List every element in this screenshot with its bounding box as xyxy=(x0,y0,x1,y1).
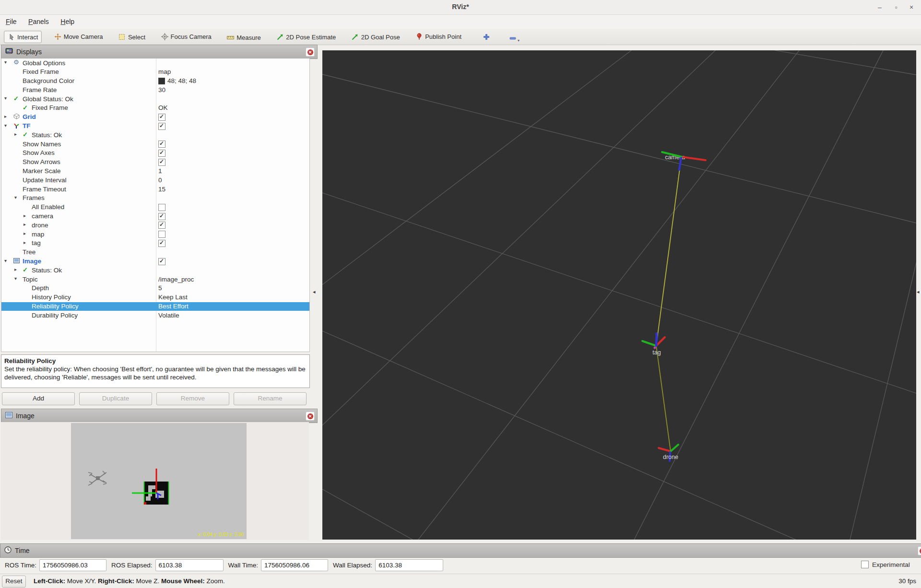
splitter-collapse-left-icon[interactable]: ◂ xyxy=(313,289,316,295)
measure-button[interactable]: Measure xyxy=(224,32,264,43)
tree-row-grid[interactable]: ▸Grid xyxy=(1,113,309,122)
reset-button[interactable]: Reset xyxy=(2,576,26,588)
tf-link-camera-tag xyxy=(656,169,680,346)
splitter-collapse-right-icon[interactable]: ◂ xyxy=(917,289,920,295)
tree-row-marker-scale[interactable]: Marker Scale1 xyxy=(1,167,309,176)
tree-row-fixed-frame[interactable]: ✓Fixed FrameOK xyxy=(1,104,309,113)
time-panel-header[interactable]: Time ✕ xyxy=(0,543,921,558)
tree-row-durability-policy[interactable]: Durability PolicyVolatile xyxy=(1,311,309,320)
ros-elapsed-input[interactable] xyxy=(155,559,224,571)
tree-row-fixed-frame[interactable]: Fixed Framemap xyxy=(1,68,309,77)
focus-camera-button[interactable]: Focus Camera xyxy=(158,31,215,43)
tree-row-topic[interactable]: ▾Topic/image_proc xyxy=(1,275,309,284)
collapse-icon[interactable]: ▾ xyxy=(14,276,17,281)
property-checkbox[interactable] xyxy=(158,114,165,121)
expand-icon[interactable]: ▸ xyxy=(24,240,26,245)
property-checkbox[interactable] xyxy=(158,159,165,166)
expand-icon[interactable]: ▸ xyxy=(24,213,26,218)
statusbar: Reset Left-Click: Move X/Y. Right-Click:… xyxy=(0,574,921,588)
pose-estimate-button[interactable]: 2D Pose Estimate xyxy=(273,31,339,43)
tree-row-map[interactable]: ▸map xyxy=(1,230,309,239)
expand-icon[interactable]: ▸ xyxy=(24,222,26,227)
tree-row-tag[interactable]: ▸tag xyxy=(1,239,309,248)
tree-row-status-ok[interactable]: ▸✓Status: Ok xyxy=(1,266,309,275)
collapse-icon[interactable]: ▾ xyxy=(4,123,7,128)
displays-panel-header[interactable]: Displays ✕ xyxy=(1,45,318,59)
close-icon[interactable]: × xyxy=(906,2,917,12)
wall-elapsed-input[interactable] xyxy=(375,559,443,571)
move-camera-button[interactable]: Move Camera xyxy=(51,31,106,43)
tree-row-frames[interactable]: ▾Frames xyxy=(1,194,309,203)
collapse-icon[interactable]: ▾ xyxy=(4,59,7,65)
tree-row-show-names[interactable]: Show Names xyxy=(1,140,309,149)
ros-time-input[interactable] xyxy=(39,559,106,571)
collapse-icon[interactable]: ▾ xyxy=(14,195,17,200)
experimental-checkbox[interactable] xyxy=(861,561,869,568)
tree-row-image[interactable]: ▾Image xyxy=(1,257,309,266)
property-label: Show Axes xyxy=(23,149,55,156)
frame-label-drone: drone xyxy=(663,454,678,460)
tree-row-reliability-policy[interactable]: Reliability PolicyBest Effort xyxy=(1,302,309,311)
add-button[interactable]: Add xyxy=(2,392,75,405)
minimize-icon[interactable]: – xyxy=(874,2,886,12)
property-value: 1 xyxy=(158,167,162,175)
experimental-toggle[interactable]: Experimental xyxy=(861,561,910,568)
collapse-icon[interactable]: ▾ xyxy=(4,95,7,101)
tree-row-history-policy[interactable]: History PolicyKeep Last xyxy=(1,293,309,302)
property-checkbox[interactable] xyxy=(158,231,165,238)
add-tool-button[interactable] xyxy=(479,31,493,43)
rename-button[interactable]: Rename xyxy=(234,392,307,405)
tree-row-frame-timeout[interactable]: Frame Timeout15 xyxy=(1,185,309,194)
time-close-button[interactable]: ✕ xyxy=(918,546,921,555)
tree-row-frame-rate[interactable]: Frame Rate30 xyxy=(1,85,309,94)
remove-button[interactable]: Remove xyxy=(156,392,229,405)
image-panel-header[interactable]: Image ✕ xyxy=(1,409,318,423)
tree-row-tf[interactable]: ▾TF xyxy=(1,122,309,131)
remove-tool-button[interactable]: ▾ xyxy=(506,33,523,44)
tree-row-update-interval[interactable]: Update Interval0 xyxy=(1,176,309,185)
select-button[interactable]: Select xyxy=(115,31,149,43)
property-checkbox[interactable] xyxy=(158,141,165,148)
property-checkbox[interactable] xyxy=(158,150,165,157)
property-checkbox[interactable] xyxy=(158,213,165,220)
wall-time-input[interactable] xyxy=(261,559,328,571)
tree-row-depth[interactable]: Depth5 xyxy=(1,284,309,293)
titlebar: RViz* – ▫ × xyxy=(0,0,921,15)
expand-icon[interactable]: ▸ xyxy=(4,114,7,119)
duplicate-button[interactable]: Duplicate xyxy=(79,392,152,405)
maximize-icon[interactable]: ▫ xyxy=(890,2,902,12)
tree-row-global-options[interactable]: ▾⚙Global Options xyxy=(1,59,309,68)
tree-row-global-status-ok[interactable]: ▾✓Global Status: Ok xyxy=(1,94,309,104)
displays-close-button[interactable]: ✕ xyxy=(306,47,315,57)
tree-row-all-enabled[interactable]: All Enabled xyxy=(1,203,309,212)
render-viewport-3d[interactable]: camera tag drone xyxy=(322,50,916,540)
tree-row-status-ok[interactable]: ▸✓Status: Ok xyxy=(1,130,309,140)
property-checkbox[interactable] xyxy=(158,123,165,130)
statusbar-help-text: Left-Click: Move X/Y. Right-Click: Move … xyxy=(34,577,225,585)
tree-row-show-arrows[interactable]: Show Arrows xyxy=(1,158,309,167)
wall-time-label: Wall Time: xyxy=(228,562,259,569)
menubar: File Panels Help xyxy=(0,15,921,29)
goal-pose-button[interactable]: 2D Goal Pose xyxy=(348,31,403,43)
image-close-button[interactable]: ✕ xyxy=(306,412,315,421)
property-value: 48; 48; 48 xyxy=(158,77,196,84)
tree-row-show-axes[interactable]: Show Axes xyxy=(1,149,309,158)
menu-file[interactable]: File xyxy=(6,18,17,25)
tree-row-drone[interactable]: ▸drone xyxy=(1,221,309,230)
publish-point-button[interactable]: Publish Point xyxy=(412,31,465,43)
property-checkbox[interactable] xyxy=(158,204,165,211)
property-checkbox[interactable] xyxy=(158,258,165,265)
tree-row-tree[interactable]: Tree xyxy=(1,248,309,257)
property-checkbox[interactable] xyxy=(158,240,165,247)
tree-row-camera[interactable]: ▸camera xyxy=(1,212,309,221)
menu-help[interactable]: Help xyxy=(60,18,74,25)
expand-icon[interactable]: ▸ xyxy=(14,131,17,137)
expand-icon[interactable]: ▸ xyxy=(24,231,26,236)
color-swatch xyxy=(158,78,165,84)
expand-icon[interactable]: ▸ xyxy=(14,267,17,272)
tree-row-background-color[interactable]: Background Color48; 48; 48 xyxy=(1,77,309,86)
collapse-icon[interactable]: ▾ xyxy=(4,258,7,263)
interact-button[interactable]: Interact xyxy=(4,31,42,43)
property-checkbox[interactable] xyxy=(158,222,165,229)
menu-panels[interactable]: Panels xyxy=(28,18,49,25)
